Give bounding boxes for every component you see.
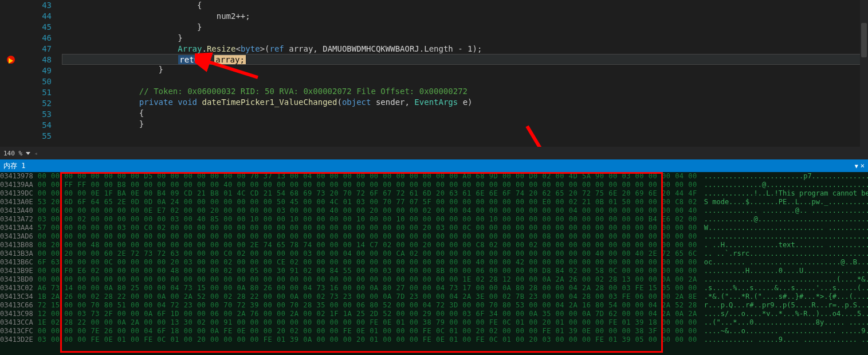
code-line[interactable]: {: [62, 0, 868, 11]
line-number: 51: [22, 87, 52, 98]
memory-row[interactable]: 03413B6C6F 63 00 00 00 0C 00 00 00 00 20…: [0, 258, 868, 267]
code-line[interactable]: private void dateTimePicker1_ValueChange…: [62, 97, 868, 108]
memory-row[interactable]: 03413C6672 15 00 00 70 80 51 00 00 04 72…: [0, 301, 868, 310]
code-line[interactable]: [62, 130, 868, 141]
memory-row[interactable]: 03413D2E03 00 00 00 FE 0E 01 00 FE 0C 01…: [0, 336, 868, 344]
memory-hex-bytes[interactable]: 00 00 F0 E6 02 00 00 00 00 00 48 00 00 0…: [38, 267, 704, 275]
memory-ascii: ........................................…: [704, 232, 868, 241]
memory-panel-title-bar[interactable]: 内存 1 ▼ ×: [0, 159, 868, 172]
memory-hex-bytes[interactable]: 00 00 FF FF 00 00 B8 00 00 00 00 00 00 0…: [38, 181, 704, 189]
memory-hex-bytes[interactable]: 00 00 20 00 00 60 2E 72 73 72 63 00 00 0…: [38, 249, 704, 258]
memory-row[interactable]: 03413BD000 00 00 00 00 00 00 00 00 00 00…: [0, 275, 868, 284]
memory-row[interactable]: 03413A0E53 20 6D 6F 64 65 2E 0D 0D 0A 24…: [0, 198, 868, 206]
memory-ascii: oc........ ......................@..B...…: [704, 258, 868, 267]
code-line[interactable]: num2++;: [62, 11, 868, 22]
memory-row[interactable]: 03413AA457 00 00 00 00 00 03 00 C0 02 00…: [0, 224, 868, 232]
memory-hex-viewer[interactable]: 0341397800 00 00 00 00 00 00 00 D5 00 00…: [0, 172, 868, 355]
memory-ascii: S mode....$.......PE..L...pw._..........…: [704, 198, 868, 206]
memory-address: 034139AA: [0, 181, 38, 189]
memory-address: 03413B08: [0, 241, 38, 249]
memory-hex-bytes[interactable]: 6F 63 00 00 00 0C 00 00 00 00 20 03 00 0…: [38, 258, 704, 267]
memory-row[interactable]: 03413B9E00 00 F0 E6 02 00 00 00 00 00 48…: [0, 267, 868, 275]
memory-hex-bytes[interactable]: 1E 02 28 22 00 00 0A 2A 00 00 13 30 02 0…: [38, 318, 704, 327]
memory-row[interactable]: 03413A7203 00 00 02 00 00 00 00 00 00 03…: [0, 215, 868, 224]
memory-hex-bytes[interactable]: 03 00 00 00 FE 0E 01 00 FE 0C 01 00 20 0…: [38, 336, 704, 344]
memory-ascii: W............................ ..........…: [704, 224, 868, 232]
memory-address: 03413C34: [0, 292, 38, 301]
line-number: 52: [22, 98, 52, 109]
memory-hex-bytes[interactable]: 00 00 00 00 7E 26 00 00 04 6F 18 00 00 0…: [38, 327, 704, 336]
memory-row[interactable]: 03413C341B 2A 26 00 02 28 22 00 00 0A 00…: [0, 292, 868, 301]
code-line[interactable]: // Token: 0x06000032 RID: 50 RVA: 0x0000…: [62, 86, 868, 97]
memory-row[interactable]: 03413C9812 00 00 03 73 2F 00 00 0A 6F 1D…: [0, 310, 868, 318]
memory-hex-bytes[interactable]: 00 06 00 00 00 00 00 00 0E E7 02 00 00 2…: [38, 206, 704, 215]
line-number: 47: [22, 44, 52, 54]
code-content[interactable]: { num2++; } } Array.Resize<byte>(ref arr…: [62, 0, 868, 147]
code-editor-pane: 43444546474849505152535455 { num2++; } }…: [0, 0, 868, 147]
memory-row[interactable]: 034139DC00 00 00 00 0E 1F BA 0E 00 B4 09…: [0, 189, 868, 198]
line-number: 54: [22, 120, 52, 131]
line-number: 43: [22, 0, 52, 11]
memory-hex-bytes[interactable]: A6 73 14 00 00 0A 80 25 00 00 04 73 15 0…: [38, 284, 704, 292]
zoom-level[interactable]: 140 %: [0, 150, 26, 157]
memory-hex-bytes[interactable]: 08 20 00 00 48 00 00 00 00 00 00 00 00 0…: [38, 241, 704, 249]
scrollbar-thumb[interactable]: [861, 23, 867, 57]
memory-hex-bytes[interactable]: 00 00 00 00 00 00 00 00 00 00 00 00 00 0…: [38, 275, 704, 284]
code-line[interactable]: Array.Resize<byte>(ref array, DAMUOBWDMH…: [62, 44, 868, 54]
memory-row[interactable]: 03413B0808 20 00 00 48 00 00 00 00 00 00…: [0, 241, 868, 249]
code-line[interactable]: return array;: [62, 54, 868, 65]
code-line[interactable]: }: [62, 33, 868, 44]
zoom-dropdown-icon[interactable]: [26, 152, 30, 155]
memory-hex-bytes[interactable]: 57 00 00 00 00 00 03 00 C0 02 00 00 00 0…: [38, 224, 704, 232]
line-number: 53: [22, 109, 52, 120]
memory-hex-bytes[interactable]: 12 00 00 03 73 2F 00 00 0A 6F 1D 00 00 0…: [38, 310, 704, 318]
memory-row[interactable]: 03413C02A6 73 14 00 00 0A 80 25 00 00 04…: [0, 284, 868, 292]
memory-ascii: ....~&...o........ ............. .....9.…: [704, 327, 868, 336]
memory-hex-bytes[interactable]: 00 00 00 00 0E 1F BA 0E 00 B4 09 CD 21 B…: [38, 189, 704, 198]
memory-ascii: ............. ........@.. ..............…: [704, 206, 868, 215]
memory-ascii: .. ..`.rsrc.............................…: [704, 249, 868, 258]
memory-address: 03413A40: [0, 206, 38, 215]
memory-ascii: ............ .....9.... ............. ..…: [704, 336, 868, 344]
memory-ascii: r...p.Q...r#..pr9..p(5....R...r=..p.S...…: [704, 301, 868, 310]
memory-row[interactable]: 0341397800 00 00 00 00 00 00 00 D5 00 00…: [0, 172, 868, 181]
memory-row[interactable]: 03413B3A00 00 20 00 00 60 2E 72 73 72 63…: [0, 249, 868, 258]
code-line[interactable]: [62, 75, 868, 86]
panel-close-icon[interactable]: ×: [861, 162, 865, 170]
code-line[interactable]: }: [62, 119, 868, 130]
memory-row[interactable]: 03413CCA1E 02 28 22 00 00 0A 2A 00 00 13…: [0, 318, 868, 327]
memory-ascii: ..........H.......0....U................…: [704, 267, 868, 275]
code-line[interactable]: }: [62, 22, 868, 33]
code-line[interactable]: }: [62, 64, 868, 75]
memory-address: 03413D2E: [0, 336, 38, 344]
memory-ascii: . ..H.............text....... ..........…: [704, 241, 868, 249]
memory-ascii: ................................(....*&.…: [704, 275, 868, 284]
memory-address: 034139DC: [0, 189, 38, 198]
memory-hex-bytes[interactable]: 72 15 00 00 70 80 51 00 00 04 72 23 00 0…: [38, 301, 704, 310]
memory-row[interactable]: 03413CFC00 00 00 00 7E 26 00 00 04 6F 18…: [0, 327, 868, 336]
vertical-scrollbar[interactable]: [860, 0, 868, 147]
code-line[interactable]: {: [62, 108, 868, 119]
line-number: 49: [22, 65, 52, 76]
memory-hex-bytes[interactable]: 00 00 00 00 00 00 00 00 D5 00 00 00 00 0…: [38, 172, 704, 181]
memory-panel-title: 内存 1: [3, 161, 25, 171]
memory-address: 03413AA4: [0, 224, 38, 232]
memory-row[interactable]: 034139AA00 00 FF FF 00 00 B8 00 00 00 00…: [0, 181, 868, 189]
memory-row[interactable]: 03413A4000 06 00 00 00 00 00 00 0E E7 02…: [0, 206, 868, 215]
memory-address: 03413BD0: [0, 275, 38, 284]
memory-hex-bytes[interactable]: 1B 2A 26 00 02 28 22 00 00 0A 00 2A 52 0…: [38, 292, 704, 301]
memory-hex-bytes[interactable]: 00 00 00 00 00 00 00 00 00 00 00 00 00 0…: [38, 232, 704, 241]
line-number: 50: [22, 76, 52, 87]
line-number: 48: [22, 54, 52, 65]
line-number-gutter: 43444546474849505152535455: [22, 0, 62, 147]
memory-ascii: ............@...........................…: [704, 215, 868, 224]
memory-hex-bytes[interactable]: 53 20 6D 6F 64 65 2E 0D 0D 0A 24 00 00 0…: [38, 198, 704, 206]
panel-dropdown-icon[interactable]: ▼: [855, 163, 858, 169]
memory-row[interactable]: 03413AD600 00 00 00 00 00 00 00 00 00 00…: [0, 232, 868, 241]
memory-address: 03413C02: [0, 284, 38, 292]
memory-ascii: ..("...*...0...............8y..... .....…: [704, 318, 868, 327]
breakpoint-gutter[interactable]: [0, 0, 22, 147]
memory-hex-bytes[interactable]: 03 00 00 02 00 00 00 00 00 00 03 00 40 8…: [38, 215, 704, 224]
memory-ascii: ........................p7..............…: [704, 172, 868, 181]
memory-address: 03413C98: [0, 310, 38, 318]
